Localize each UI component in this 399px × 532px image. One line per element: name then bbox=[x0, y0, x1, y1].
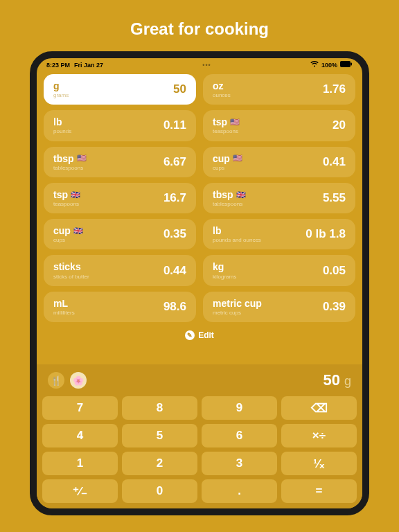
key-decimal[interactable]: . bbox=[202, 479, 277, 503]
flag-uk-icon: 🇬🇧 bbox=[71, 190, 80, 200]
tile-lb-oz[interactable]: lb pounds and ounces 0 lb 1.8 bbox=[203, 219, 355, 249]
tile-value: 0.11 bbox=[163, 118, 186, 132]
tile-value: 0.41 bbox=[323, 155, 346, 169]
utensils-icon[interactable]: 🍴 bbox=[48, 372, 64, 389]
tile-sublabel: milliliters bbox=[53, 310, 75, 316]
battery-icon bbox=[340, 61, 353, 69]
tile-value: 16.7 bbox=[163, 191, 186, 205]
tile-unit-label: sticks bbox=[53, 261, 81, 272]
tile-value: 0.44 bbox=[163, 264, 186, 278]
tile-unit-label: tsp bbox=[53, 189, 68, 200]
tile-sublabel: ounces bbox=[213, 92, 231, 98]
key-8[interactable]: 8 bbox=[122, 396, 197, 420]
multitask-dots: ••• bbox=[202, 62, 211, 69]
tile-ounces[interactable]: oz ounces 1.76 bbox=[203, 74, 355, 105]
tile-tbsp-uk[interactable]: tbsp🇬🇧 tablespoons 5.55 bbox=[203, 183, 355, 213]
tile-value: 0.35 bbox=[163, 227, 186, 241]
key-7[interactable]: 7 bbox=[42, 396, 118, 420]
key-backspace[interactable]: ⌫ bbox=[281, 396, 357, 420]
flag-uk-icon: 🇬🇧 bbox=[236, 190, 246, 200]
svg-rect-0 bbox=[340, 61, 351, 67]
key-multiply-divide[interactable]: ×÷ bbox=[281, 424, 357, 447]
flag-uk-icon: 🇬🇧 bbox=[73, 227, 83, 236]
readout-unit: g bbox=[344, 374, 351, 389]
key-reciprocal[interactable]: ¹⁄ₓ bbox=[281, 452, 357, 475]
tile-value: 20 bbox=[332, 118, 346, 132]
tile-value: 6.67 bbox=[163, 155, 186, 169]
tile-sublabel: kilograms bbox=[213, 274, 236, 280]
key-3[interactable]: 3 bbox=[202, 452, 277, 475]
status-time: 8:23 PM bbox=[46, 62, 70, 69]
tile-sublabel: metric cups bbox=[213, 310, 262, 316]
tile-unit-label: lb bbox=[53, 116, 62, 127]
tile-pounds[interactable]: lb pounds 0.11 bbox=[44, 110, 196, 141]
tile-sublabel: cups bbox=[213, 165, 242, 171]
key-0[interactable]: 0 bbox=[122, 479, 197, 503]
edit-button[interactable]: ✎ Edit bbox=[44, 330, 355, 340]
tile-sticks[interactable]: sticks sticks of butter 0.44 bbox=[44, 255, 196, 285]
tile-unit-label: oz bbox=[213, 80, 224, 91]
tile-metric-cup[interactable]: metric cup metric cups 0.39 bbox=[203, 292, 355, 322]
tile-tbsp-us[interactable]: tbsp🇺🇸 tablespoons 6.67 bbox=[44, 147, 196, 177]
flag-us-icon: 🇺🇸 bbox=[233, 154, 242, 163]
status-date: Fri Jan 27 bbox=[74, 62, 103, 69]
tile-sublabel: pounds bbox=[53, 128, 71, 134]
wifi-icon bbox=[310, 61, 319, 69]
tile-value: 5.55 bbox=[323, 191, 346, 205]
tile-sublabel: teaspoons bbox=[213, 128, 240, 134]
battery-pct: 100% bbox=[321, 62, 337, 69]
tile-unit-label: metric cup bbox=[213, 298, 262, 309]
ingredient-icon[interactable]: 🌸 bbox=[70, 372, 87, 389]
readout-bar: 🍴 🌸 50 g bbox=[37, 364, 362, 393]
tile-sublabel: teaspoons bbox=[53, 201, 80, 207]
tile-tsp-us[interactable]: tsp🇺🇸 teaspoons 20 bbox=[203, 110, 355, 141]
tile-unit-label: mL bbox=[53, 298, 68, 309]
tile-kg[interactable]: kg kilograms 0.05 bbox=[203, 255, 355, 285]
key-2[interactable]: 2 bbox=[122, 452, 197, 475]
unit-grid: g grams 50 oz ounces 1.76 lb pounds 0.11 bbox=[44, 74, 355, 322]
readout-value: 50 bbox=[323, 371, 340, 389]
keypad: 7 8 9 ⌫ 4 5 6 ×÷ 1 2 3 ¹⁄ₓ ⁺⁄₋ 0 . = bbox=[37, 393, 362, 508]
key-sign[interactable]: ⁺⁄₋ bbox=[42, 479, 118, 503]
tile-cup-uk[interactable]: cup🇬🇧 cups 0.35 bbox=[44, 219, 196, 249]
tile-tsp-uk[interactable]: tsp🇬🇧 teaspoons 16.7 bbox=[44, 183, 196, 213]
edit-label: Edit bbox=[198, 330, 214, 340]
tile-unit-label: cup bbox=[53, 225, 71, 236]
tile-sublabel: tablespoons bbox=[53, 165, 87, 171]
device-frame: 8:23 PM Fri Jan 27 ••• 100% g grams 50 bbox=[30, 51, 369, 515]
tile-unit-label: tbsp bbox=[213, 189, 233, 200]
tile-ml[interactable]: mL milliliters 98.6 bbox=[44, 292, 196, 322]
marketing-title: Great for cooking bbox=[130, 19, 269, 39]
key-9[interactable]: 9 bbox=[202, 396, 277, 420]
flag-us-icon: 🇺🇸 bbox=[230, 118, 240, 127]
tile-sublabel: grams bbox=[53, 92, 69, 98]
tile-value: 50 bbox=[173, 82, 186, 96]
tile-sublabel: pounds and ounces bbox=[213, 237, 261, 243]
tile-sublabel: tablespoons bbox=[213, 201, 246, 207]
svg-rect-1 bbox=[351, 63, 353, 66]
tile-unit-label: g bbox=[53, 80, 60, 91]
tile-grams[interactable]: g grams 50 bbox=[44, 74, 196, 105]
key-equals[interactable]: = bbox=[281, 479, 357, 503]
tile-sublabel: sticks of butter bbox=[53, 274, 89, 280]
tile-value: 98.6 bbox=[163, 300, 186, 314]
tile-unit-label: tbsp bbox=[53, 153, 74, 164]
key-5[interactable]: 5 bbox=[122, 424, 197, 447]
tile-unit-label: kg bbox=[213, 261, 224, 272]
tile-value: 0.39 bbox=[323, 300, 346, 314]
key-1[interactable]: 1 bbox=[42, 452, 118, 475]
tile-cup-us[interactable]: cup🇺🇸 cups 0.41 bbox=[203, 147, 355, 177]
tile-sublabel: cups bbox=[53, 237, 83, 243]
flag-us-icon: 🇺🇸 bbox=[77, 154, 87, 163]
tile-value: 0.05 bbox=[323, 264, 346, 278]
tile-value: 0 lb 1.8 bbox=[305, 227, 346, 241]
tile-value: 1.76 bbox=[323, 82, 346, 96]
tile-unit-label: tsp bbox=[213, 116, 227, 127]
pencil-icon: ✎ bbox=[185, 330, 195, 340]
tile-unit-label: cup bbox=[213, 153, 230, 164]
key-6[interactable]: 6 bbox=[202, 424, 277, 447]
key-4[interactable]: 4 bbox=[42, 424, 118, 447]
status-bar: 8:23 PM Fri Jan 27 ••• 100% bbox=[37, 58, 362, 70]
tile-unit-label: lb bbox=[213, 225, 221, 236]
